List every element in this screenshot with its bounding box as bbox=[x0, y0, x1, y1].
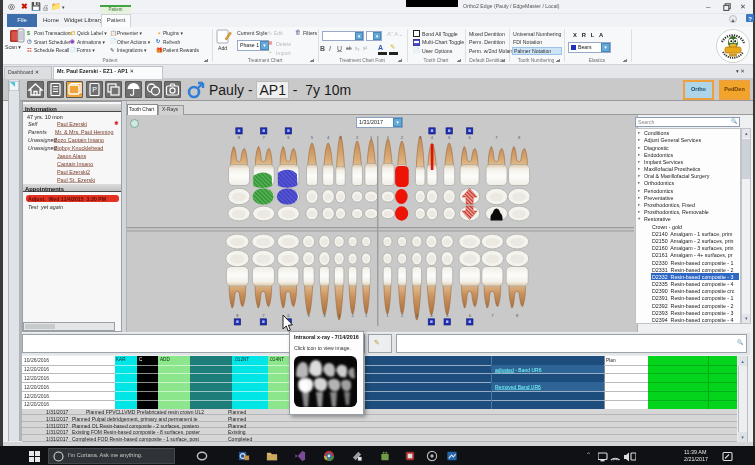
svg-text:5: 5 bbox=[307, 313, 310, 318]
svg-text:8: 8 bbox=[516, 313, 519, 318]
svg-text:1: 1 bbox=[387, 135, 390, 140]
svg-text:6: 6 bbox=[469, 313, 472, 318]
svg-text:P: P bbox=[92, 86, 97, 93]
svg-text:5: 5 bbox=[311, 135, 314, 140]
svg-text:4: 4 bbox=[327, 135, 330, 140]
svg-text:7: 7 bbox=[491, 313, 494, 318]
svg-text:5: 5 bbox=[446, 313, 449, 318]
svg-text:7: 7 bbox=[262, 313, 265, 318]
svg-text:2: 2 bbox=[401, 313, 404, 318]
svg-text:4: 4 bbox=[323, 313, 326, 318]
svg-text:2: 2 bbox=[351, 313, 354, 318]
svg-text:6: 6 bbox=[287, 135, 290, 140]
svg-text:1: 1 bbox=[365, 313, 368, 318]
svg-text:2: 2 bbox=[401, 135, 404, 140]
svg-text:4: 4 bbox=[431, 135, 434, 140]
svg-text:2: 2 bbox=[356, 135, 359, 140]
svg-text:8: 8 bbox=[236, 313, 239, 318]
svg-text:1: 1 bbox=[370, 135, 373, 140]
svg-text:7: 7 bbox=[263, 135, 266, 140]
svg-text:7: 7 bbox=[495, 135, 498, 140]
svg-text:6: 6 bbox=[468, 135, 471, 140]
svg-text:8: 8 bbox=[238, 135, 241, 140]
svg-text:8: 8 bbox=[518, 135, 521, 140]
svg-text:1: 1 bbox=[386, 313, 389, 318]
svg-text:4: 4 bbox=[430, 313, 433, 318]
svg-text:5: 5 bbox=[448, 135, 451, 140]
